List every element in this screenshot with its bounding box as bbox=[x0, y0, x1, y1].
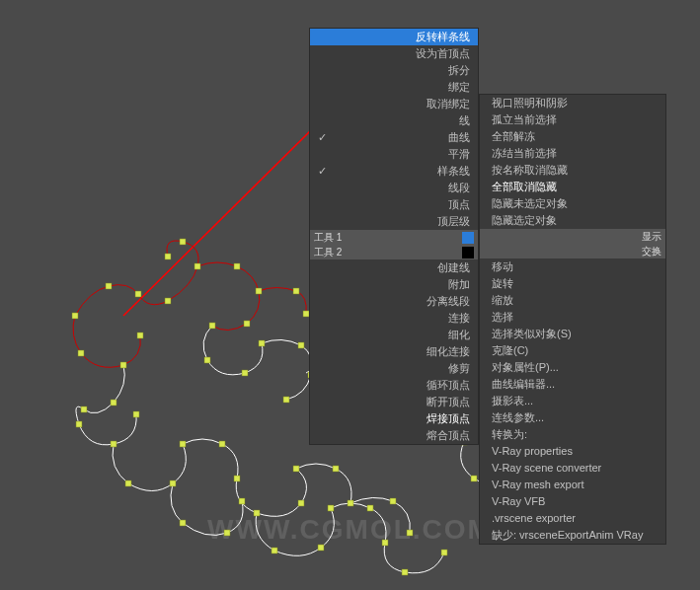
svg-rect-60 bbox=[471, 476, 477, 481]
svg-rect-9 bbox=[234, 263, 240, 269]
menu-hide-unselected[interactable]: 隐藏未选定对象 bbox=[480, 195, 665, 212]
menu-unhide-by-name[interactable]: 按名称取消隐藏 bbox=[480, 162, 665, 179]
menu-vray-mesh-export[interactable]: V-Ray mesh export bbox=[480, 477, 665, 493]
svg-rect-39 bbox=[402, 569, 408, 575]
menu-unhide-all[interactable]: 全部取消隐藏 bbox=[480, 179, 665, 195]
svg-rect-37 bbox=[367, 505, 373, 511]
context-menu-right: 视口照明和阴影 孤立当前选择 全部解冻 冻结当前选择 按名称取消隐藏 全部取消隐… bbox=[479, 94, 666, 545]
menu-create-line[interactable]: 创建线 bbox=[310, 259, 478, 276]
svg-rect-18 bbox=[111, 400, 117, 406]
menu-vray-properties[interactable]: V-Ray properties bbox=[480, 443, 665, 460]
menu-smooth[interactable]: 平滑 bbox=[310, 146, 478, 163]
svg-rect-7 bbox=[165, 254, 171, 259]
menu-detach-segment[interactable]: 分离线段 bbox=[310, 293, 478, 310]
menu-break-vertex[interactable]: 断开顶点 bbox=[310, 394, 478, 410]
svg-rect-42 bbox=[348, 500, 353, 506]
svg-rect-40 bbox=[441, 550, 447, 555]
svg-rect-4 bbox=[135, 291, 141, 297]
tool-bar-render: 交换 bbox=[480, 244, 665, 258]
viewport[interactable]: WWW.CGMOL.COM 反转样条线 设为首顶点 拆分 绑定 取消绑定 线 曲… bbox=[0, 0, 700, 590]
menu-missing-vray[interactable]: 缺少: vrsceneExportAnim VRay bbox=[480, 527, 665, 544]
menu-vrscene-exporter[interactable]: .vrscene exporter bbox=[480, 510, 665, 527]
svg-rect-48 bbox=[298, 342, 304, 348]
tool-bar-2: 工具 2 bbox=[310, 245, 478, 259]
svg-rect-8 bbox=[180, 239, 186, 245]
menu-top-level[interactable]: 顶层级 bbox=[310, 213, 478, 230]
svg-rect-34 bbox=[272, 548, 277, 553]
menu-bind[interactable]: 绑定 bbox=[310, 79, 478, 96]
menu-clone[interactable]: 克隆(C) bbox=[480, 342, 665, 359]
svg-rect-24 bbox=[170, 480, 176, 486]
svg-rect-17 bbox=[137, 332, 143, 338]
menu-loop-vertex[interactable]: 循环顶点 bbox=[310, 377, 478, 394]
svg-rect-21 bbox=[111, 441, 117, 447]
swatch-blue-icon bbox=[462, 232, 474, 244]
svg-rect-35 bbox=[318, 545, 324, 551]
menu-scale[interactable]: 缩放 bbox=[480, 292, 665, 309]
menu-rotate[interactable]: 旋转 bbox=[480, 275, 665, 292]
menu-select[interactable]: 选择 bbox=[480, 309, 665, 326]
svg-rect-13 bbox=[293, 288, 299, 294]
svg-rect-2 bbox=[72, 313, 78, 319]
menu-set-first-vertex[interactable]: 设为首顶点 bbox=[310, 45, 478, 62]
menu-object-properties[interactable]: 对象属性(P)... bbox=[480, 359, 665, 376]
svg-rect-41 bbox=[333, 466, 339, 472]
svg-rect-45 bbox=[204, 357, 210, 363]
svg-rect-33 bbox=[239, 498, 245, 504]
svg-rect-12 bbox=[209, 323, 215, 329]
menu-line[interactable]: 线 bbox=[310, 112, 478, 129]
svg-rect-38 bbox=[382, 540, 388, 546]
menu-dope-sheet[interactable]: 摄影表... bbox=[480, 393, 665, 409]
menu-attach[interactable]: 附加 bbox=[310, 276, 478, 293]
svg-rect-46 bbox=[242, 370, 248, 376]
svg-rect-29 bbox=[298, 500, 304, 506]
menu-move[interactable]: 移动 bbox=[480, 258, 665, 275]
menu-trim[interactable]: 修剪 bbox=[310, 360, 478, 377]
svg-rect-44 bbox=[407, 530, 413, 536]
menu-connect[interactable]: 连接 bbox=[310, 310, 478, 327]
svg-rect-36 bbox=[328, 505, 334, 511]
svg-rect-15 bbox=[78, 350, 84, 356]
svg-rect-11 bbox=[244, 321, 250, 327]
menu-curve-editor[interactable]: 曲线编辑器... bbox=[480, 376, 665, 393]
menu-unbind[interactable]: 取消绑定 bbox=[310, 96, 478, 112]
svg-rect-19 bbox=[81, 406, 87, 412]
menu-vray-scene-converter[interactable]: V-Ray scene converter bbox=[480, 460, 665, 477]
tool-bar-show: 显示 bbox=[480, 229, 665, 244]
svg-rect-6 bbox=[194, 263, 200, 269]
menu-viewport-lighting[interactable]: 视口照明和阴影 bbox=[480, 95, 665, 111]
menu-hide-selected[interactable]: 隐藏选定对象 bbox=[480, 212, 665, 229]
menu-convert-to[interactable]: 转换为: bbox=[480, 426, 665, 443]
menu-vertex[interactable]: 顶点 bbox=[310, 196, 478, 213]
svg-rect-32 bbox=[224, 530, 230, 536]
menu-refine-connect[interactable]: 细化连接 bbox=[310, 343, 478, 360]
menu-weld-vertex[interactable]: 焊接顶点 bbox=[310, 410, 478, 427]
menu-wire-params[interactable]: 连线参数... bbox=[480, 409, 665, 426]
menu-vray-vfb[interactable]: V-Ray VFB bbox=[480, 493, 665, 510]
menu-reverse-spline[interactable]: 反转样条线 bbox=[310, 29, 478, 45]
svg-rect-20 bbox=[76, 421, 82, 427]
svg-rect-26 bbox=[219, 441, 225, 447]
svg-rect-5 bbox=[165, 298, 171, 304]
menu-fuse-vertex[interactable]: 熔合顶点 bbox=[310, 427, 478, 444]
menu-unfreeze-all[interactable]: 全部解冻 bbox=[480, 128, 665, 145]
svg-rect-3 bbox=[106, 283, 112, 289]
menu-isolate-selection[interactable]: 孤立当前选择 bbox=[480, 111, 665, 128]
menu-spline[interactable]: 样条线 bbox=[310, 163, 478, 180]
menu-split[interactable]: 拆分 bbox=[310, 62, 478, 79]
menu-refine[interactable]: 细化 bbox=[310, 327, 478, 343]
svg-rect-22 bbox=[133, 411, 139, 417]
svg-rect-47 bbox=[259, 340, 265, 346]
svg-rect-30 bbox=[293, 466, 299, 472]
menu-curve[interactable]: 曲线 bbox=[310, 129, 478, 146]
svg-rect-10 bbox=[256, 288, 262, 294]
tool-bar-1: 工具 1 bbox=[310, 230, 478, 245]
svg-rect-43 bbox=[390, 498, 396, 504]
menu-freeze-selection[interactable]: 冻结当前选择 bbox=[480, 145, 665, 162]
menu-select-similar[interactable]: 选择类似对象(S) bbox=[480, 326, 665, 342]
swatch-black-icon bbox=[462, 247, 474, 258]
svg-rect-28 bbox=[254, 510, 260, 516]
svg-rect-31 bbox=[180, 520, 186, 526]
menu-segment[interactable]: 线段 bbox=[310, 180, 478, 196]
svg-rect-25 bbox=[180, 441, 186, 447]
